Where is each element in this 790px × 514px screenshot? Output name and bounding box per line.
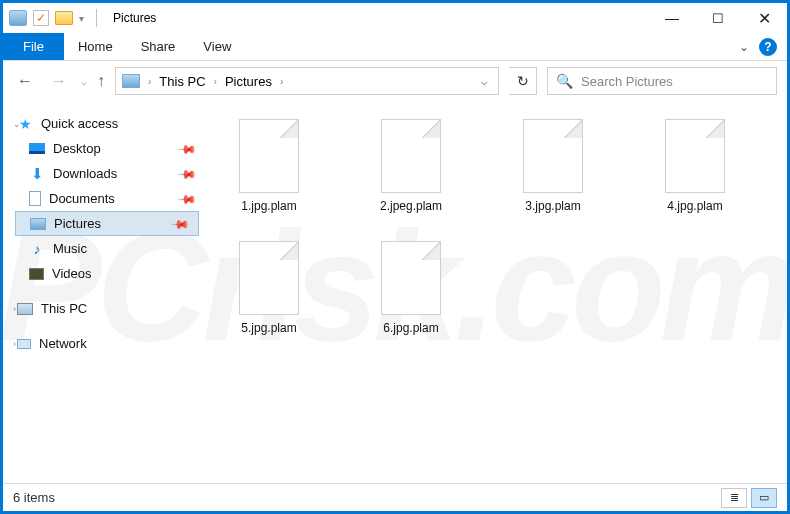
file-name: 5.jpg.plam — [241, 321, 296, 335]
quick-access-toolbar: ✓ ▾ Pictures — [3, 9, 162, 27]
desk-icon — [29, 143, 45, 154]
dl-icon: ⬇ — [29, 166, 45, 182]
file-item[interactable]: 2.jpeg.plam — [361, 119, 461, 213]
sidebar-label: Network — [39, 336, 87, 351]
pin-icon: 📌 — [170, 213, 191, 234]
pc-icon — [17, 303, 33, 315]
address-dropdown-icon[interactable]: ⌵ — [477, 75, 492, 88]
file-tab[interactable]: File — [3, 33, 64, 60]
file-name: 6.jpg.plam — [383, 321, 438, 335]
breadcrumb-root[interactable]: This PC — [159, 74, 205, 89]
up-button[interactable]: ↑ — [97, 72, 105, 90]
file-icon — [381, 119, 441, 193]
pin-icon: 📌 — [177, 138, 198, 159]
forward-button[interactable]: → — [47, 72, 71, 90]
tab-share[interactable]: Share — [127, 33, 190, 60]
search-icon: 🔍 — [556, 73, 573, 89]
sidebar-item-downloads[interactable]: ⬇Downloads📌 — [15, 161, 205, 186]
chevron-right-icon[interactable]: › — [13, 304, 16, 314]
file-item[interactable]: 3.jpg.plam — [503, 119, 603, 213]
sidebar-item-label: Music — [53, 241, 87, 256]
network-icon — [17, 339, 31, 349]
qat-customize-icon[interactable]: ▾ — [79, 13, 84, 24]
navigation-row: ← → ⌵ ↑ › This PC › Pictures › ⌵ ↻ 🔍 Sea… — [3, 61, 787, 101]
details-view-button[interactable]: ≣ — [721, 488, 747, 508]
refresh-button[interactable]: ↻ — [509, 67, 537, 95]
mus-icon: ♪ — [29, 241, 45, 257]
qat-new-folder-icon[interactable] — [55, 11, 73, 25]
search-placeholder: Search Pictures — [581, 74, 673, 89]
pin-icon: 📌 — [177, 188, 198, 209]
chevron-right-icon[interactable]: › — [280, 76, 283, 87]
file-name: 3.jpg.plam — [525, 199, 580, 213]
file-icon — [381, 241, 441, 315]
maximize-button[interactable]: ☐ — [695, 3, 741, 33]
sidebar-quick-access[interactable]: ⌄ ★ Quick access — [15, 111, 205, 136]
doc-icon — [29, 191, 41, 206]
location-icon — [122, 74, 140, 88]
file-name: 4.jpg.plam — [667, 199, 722, 213]
status-bar: 6 items ≣ ▭ — [3, 483, 787, 511]
ribbon-expand-icon[interactable]: ⌄ — [739, 40, 749, 54]
address-bar[interactable]: › This PC › Pictures › ⌵ — [115, 67, 499, 95]
close-button[interactable]: ✕ — [741, 3, 787, 33]
file-pane[interactable]: 1.jpg.plam2.jpeg.plam3.jpg.plam4.jpg.pla… — [205, 101, 787, 483]
file-item[interactable]: 5.jpg.plam — [219, 241, 319, 335]
window-controls: — ☐ ✕ — [649, 3, 787, 33]
file-icon — [523, 119, 583, 193]
tab-home[interactable]: Home — [64, 33, 127, 60]
file-item[interactable]: 6.jpg.plam — [361, 241, 461, 335]
qat-properties-icon[interactable]: ✓ — [33, 10, 49, 26]
window-title: Pictures — [113, 11, 156, 25]
tab-view[interactable]: View — [189, 33, 245, 60]
file-item[interactable]: 1.jpg.plam — [219, 119, 319, 213]
pin-icon: 📌 — [177, 163, 198, 184]
sidebar-label: Quick access — [41, 116, 118, 131]
app-icon — [9, 10, 27, 26]
sidebar-label: This PC — [41, 301, 87, 316]
chevron-right-icon[interactable]: › — [214, 76, 217, 87]
ribbon: File Home Share View ⌄ ? — [3, 33, 787, 61]
sidebar-item-pictures[interactable]: Pictures📌 — [15, 211, 199, 236]
thumbnails-view-button[interactable]: ▭ — [751, 488, 777, 508]
pic-icon — [30, 218, 46, 230]
sidebar-item-label: Videos — [52, 266, 92, 281]
search-box[interactable]: 🔍 Search Pictures — [547, 67, 777, 95]
separator — [96, 9, 97, 27]
sidebar-item-label: Pictures — [54, 216, 101, 231]
file-icon — [239, 119, 299, 193]
vid-icon — [29, 268, 44, 280]
sidebar-this-pc[interactable]: › This PC — [15, 296, 205, 321]
title-bar: ✓ ▾ Pictures — ☐ ✕ — [3, 3, 787, 33]
sidebar-item-label: Desktop — [53, 141, 101, 156]
sidebar-item-desktop[interactable]: Desktop📌 — [15, 136, 205, 161]
sidebar-item-music[interactable]: ♪Music — [15, 236, 205, 261]
sidebar-item-label: Documents — [49, 191, 115, 206]
chevron-down-icon[interactable]: ⌄ — [13, 119, 21, 129]
file-item[interactable]: 4.jpg.plam — [645, 119, 745, 213]
sidebar-item-documents[interactable]: Documents📌 — [15, 186, 205, 211]
help-icon[interactable]: ? — [759, 38, 777, 56]
sidebar-item-label: Downloads — [53, 166, 117, 181]
recent-locations-icon[interactable]: ⌵ — [81, 76, 87, 87]
sidebar-item-videos[interactable]: Videos — [15, 261, 205, 286]
file-icon — [239, 241, 299, 315]
file-name: 2.jpeg.plam — [380, 199, 442, 213]
sidebar-network[interactable]: › Network — [15, 331, 205, 356]
file-icon — [665, 119, 725, 193]
chevron-right-icon[interactable]: › — [148, 76, 151, 87]
chevron-right-icon[interactable]: › — [13, 339, 16, 349]
file-name: 1.jpg.plam — [241, 199, 296, 213]
minimize-button[interactable]: — — [649, 3, 695, 33]
back-button[interactable]: ← — [13, 72, 37, 90]
item-count: 6 items — [13, 490, 55, 505]
navigation-pane: ⌄ ★ Quick access Desktop📌⬇Downloads📌Docu… — [3, 101, 205, 483]
breadcrumb-current[interactable]: Pictures — [225, 74, 272, 89]
